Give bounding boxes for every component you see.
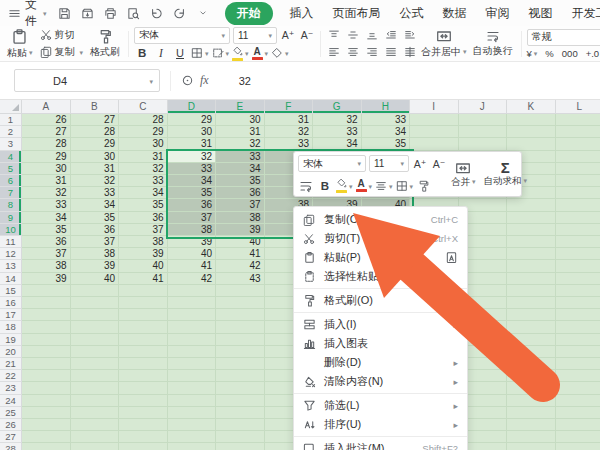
cell-A19[interactable] [22, 334, 71, 346]
menu-item-chart[interactable]: 插入图表 [294, 334, 467, 353]
cell-E18[interactable] [216, 321, 265, 333]
cell-A13[interactable]: 38 [22, 260, 71, 272]
cell-H1[interactable]: 33 [362, 114, 411, 126]
cell-A28[interactable] [22, 443, 71, 450]
ribbon-tab-1[interactable]: 插入 [288, 3, 316, 24]
mini-align-button[interactable] [375, 178, 393, 193]
menu-item-cut[interactable]: 剪切(T)Ctrl+X [294, 229, 467, 248]
decrease-font-button[interactable]: A⁻ [299, 28, 315, 43]
cell-K19[interactable] [507, 334, 556, 346]
row-header-20[interactable]: 20 [0, 346, 22, 358]
cell-E2[interactable]: 31 [216, 126, 265, 138]
cell-C8[interactable]: 35 [119, 199, 168, 211]
row-header-24[interactable]: 24 [0, 395, 22, 407]
column-header-H[interactable]: H [362, 100, 411, 114]
percent-format-button[interactable]: % [545, 48, 553, 59]
cell-L6[interactable] [556, 175, 600, 187]
cell-B2[interactable]: 28 [71, 126, 120, 138]
cell-A23[interactable] [22, 382, 71, 394]
cell-E5[interactable]: 34 [216, 163, 265, 175]
valign-middle-button[interactable] [345, 28, 361, 43]
cell-B14[interactable]: 40 [71, 273, 120, 285]
menu-item-9[interactable]: 删除(D) [294, 353, 467, 372]
cell-A26[interactable] [22, 419, 71, 431]
cell-L10[interactable] [556, 224, 600, 236]
cell-K26[interactable] [507, 419, 556, 431]
comma-format-button[interactable]: 000 [562, 48, 578, 59]
column-header-A[interactable]: A [22, 100, 71, 114]
cell-B8[interactable]: 34 [71, 199, 120, 211]
column-header-I[interactable]: I [410, 100, 459, 114]
cell-A15[interactable] [22, 285, 71, 297]
cell-K11[interactable] [507, 236, 556, 248]
cell-L7[interactable] [556, 187, 600, 199]
print-button[interactable] [103, 5, 119, 21]
redo-button[interactable] [172, 5, 188, 21]
mini-format-painter-button[interactable] [416, 178, 432, 193]
mini-font-size-select[interactable]: 11 [369, 155, 409, 172]
cell-A11[interactable]: 36 [22, 236, 71, 248]
row-header-15[interactable]: 15 [0, 285, 22, 297]
cell-L25[interactable] [556, 407, 600, 419]
cell-C12[interactable]: 39 [119, 248, 168, 260]
copy-button[interactable]: 复制 [40, 45, 84, 59]
cell-C15[interactable] [119, 285, 168, 297]
cell-B5[interactable]: 31 [71, 163, 120, 175]
cell-D7[interactable]: 35 [168, 187, 217, 199]
menu-item-paste[interactable]: 粘贴(P) [294, 248, 467, 267]
font-size-select[interactable]: 11 [233, 27, 277, 44]
cell-C21[interactable] [119, 358, 168, 370]
insert-function-button[interactable]: fx [200, 73, 209, 88]
row-header-22[interactable]: 22 [0, 370, 22, 382]
cell-B23[interactable] [71, 382, 120, 394]
cell-L18[interactable] [556, 321, 600, 333]
cell-K28[interactable] [507, 443, 556, 450]
menu-item-format-painter[interactable]: 格式刷(O) [294, 291, 467, 310]
merge-center-button[interactable]: 合并居中 [418, 28, 470, 59]
cell-F2[interactable]: 32 [265, 126, 314, 138]
cell-A4[interactable]: 29 [22, 151, 71, 163]
cell-E6[interactable]: 35 [216, 175, 265, 187]
cell-L14[interactable] [556, 273, 600, 285]
cell-D5[interactable]: 33 [168, 163, 217, 175]
row-header-13[interactable]: 13 [0, 260, 22, 272]
cell-B13[interactable]: 39 [71, 260, 120, 272]
cell-C6[interactable]: 33 [119, 175, 168, 187]
cell-B20[interactable] [71, 346, 120, 358]
cell-G1[interactable]: 32 [313, 114, 362, 126]
undo-button[interactable] [149, 5, 165, 21]
cell-L5[interactable] [556, 163, 600, 175]
menu-item-clear[interactable]: 清除内容(N) [294, 372, 467, 391]
mini-autosum-button[interactable]: Σ 自动求和 [480, 155, 532, 193]
cell-D6[interactable]: 34 [168, 175, 217, 187]
cell-K10[interactable] [507, 224, 556, 236]
font-color-button[interactable]: A [252, 46, 269, 61]
menu-item-sort[interactable]: 排序(U) [294, 415, 467, 434]
cell-E1[interactable]: 30 [216, 114, 265, 126]
cell-B11[interactable]: 37 [71, 236, 120, 248]
menu-item-filter[interactable]: 筛选(L) [294, 396, 467, 415]
cell-B1[interactable]: 27 [71, 114, 120, 126]
cell-B19[interactable] [71, 334, 120, 346]
cell-A27[interactable] [22, 431, 71, 443]
cell-L21[interactable] [556, 358, 600, 370]
cell-E8[interactable]: 37 [216, 199, 265, 211]
mini-font-name-select[interactable]: 宋体 [298, 155, 366, 172]
cell-B6[interactable]: 32 [71, 175, 120, 187]
italic-button[interactable]: I [153, 46, 169, 61]
cell-D14[interactable]: 42 [168, 273, 217, 285]
cell-D9[interactable]: 37 [168, 212, 217, 224]
underline-button[interactable]: U [172, 46, 188, 61]
cell-A17[interactable] [22, 309, 71, 321]
cell-C14[interactable]: 41 [119, 273, 168, 285]
column-header-K[interactable]: K [507, 100, 556, 114]
row-header-8[interactable]: 8 [0, 199, 22, 211]
cell-L1[interactable] [556, 114, 600, 126]
cell-B4[interactable]: 30 [71, 151, 120, 163]
more-button[interactable] [195, 5, 211, 21]
row-header-4[interactable]: 4 [0, 151, 22, 163]
cell-A9[interactable]: 34 [22, 212, 71, 224]
cell-D18[interactable] [168, 321, 217, 333]
cell-C9[interactable]: 36 [119, 212, 168, 224]
cell-K14[interactable] [507, 273, 556, 285]
